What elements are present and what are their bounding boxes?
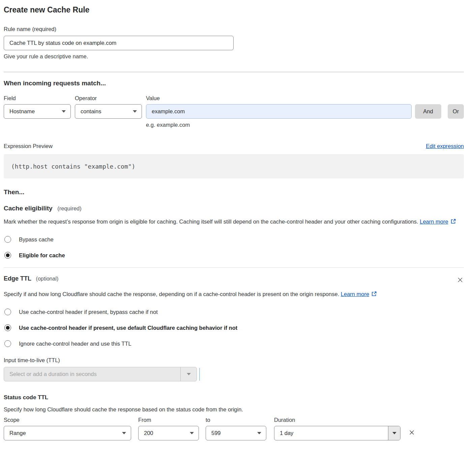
scope-select-value: Range (9, 430, 26, 436)
section-divider (4, 267, 464, 268)
chevron-down-icon (190, 432, 194, 434)
page-title: Create new Cache Rule (4, 5, 464, 14)
status-code-ttl-row: Range 200 599 1 day (4, 426, 464, 440)
from-label: From (138, 417, 199, 423)
edge-ttl-title-group: Edge TTL (optional) (4, 275, 58, 282)
value-hint: e.g. example.com (146, 122, 464, 128)
to-select[interactable]: 599 (206, 426, 266, 440)
rule-name-label: Rule name (required) (4, 26, 464, 32)
ttl-duration-placeholder: Select or add a duration in seconds (4, 367, 180, 381)
radio-ignore-header[interactable]: Ignore cache-control header and use this… (4, 340, 464, 347)
duration-select-value: 1 day (274, 426, 388, 440)
cache-eligibility-title: Cache eligibility (4, 205, 53, 212)
operator-select-value: contains (81, 108, 101, 115)
rule-name-help: Give your rule a descriptive name. (4, 53, 464, 60)
radio-label: Use cache-control header if present, use… (19, 325, 237, 331)
dropdown-arrow-button[interactable] (388, 426, 400, 440)
chevron-down-icon (62, 110, 66, 113)
create-cache-rule-form: Create new Cache Rule Rule name (require… (4, 5, 464, 440)
radio-label: Bypass cache (19, 236, 54, 243)
match-heading: When incoming requests match... (4, 80, 464, 87)
value-input[interactable] (146, 104, 412, 119)
close-icon[interactable] (457, 277, 464, 285)
radio-circle-icon (4, 252, 11, 259)
chevron-down-icon (133, 110, 137, 113)
chevron-down-icon (392, 432, 396, 434)
radio-bypass-cache[interactable]: Bypass cache (4, 236, 464, 243)
status-column-labels: Scope From to Duration (4, 417, 464, 423)
cache-eligibility-learn-more-link[interactable]: Learn more (420, 219, 448, 225)
match-condition-row: Hostname contains And Or (4, 104, 464, 119)
delete-row-icon[interactable] (409, 429, 415, 437)
radio-use-header-bypass[interactable]: Use cache-control header if present, byp… (4, 309, 464, 315)
radio-use-header-default[interactable]: Use cache-control header if present, use… (4, 324, 464, 331)
radio-label: Ignore cache-control header and use this… (19, 341, 131, 347)
and-button[interactable]: And (415, 104, 441, 119)
cache-eligibility-description: Mark whether the request’s response from… (4, 217, 457, 227)
field-select-value: Hostname (9, 108, 35, 115)
then-heading: Then... (4, 188, 464, 196)
status-code-ttl-description: Specify how long Cloudflare should cache… (4, 406, 464, 413)
cache-eligibility-description-text: Mark whether the request’s response from… (4, 219, 418, 225)
from-select[interactable]: 200 (138, 426, 199, 440)
edge-ttl-description-text: Specify if and how long Cloudflare shoul… (4, 291, 339, 297)
external-link-icon (371, 290, 377, 299)
edge-ttl-title: Edge TTL (4, 275, 31, 282)
section-divider (4, 72, 464, 72)
radio-label: Eligible for cache (19, 252, 65, 259)
match-column-labels: Field Operator Value (4, 95, 464, 102)
expression-code-block: (http.host contains "example.com") (4, 154, 464, 178)
cache-eligibility-required-note: (required) (57, 205, 82, 211)
text-cursor (199, 368, 200, 381)
edit-expression-link[interactable]: Edit expression (426, 143, 464, 149)
field-select[interactable]: Hostname (4, 104, 71, 119)
radio-label: Use cache-control header if present, byp… (19, 309, 158, 315)
operator-label: Operator (75, 95, 142, 102)
radio-eligible-for-cache[interactable]: Eligible for cache (4, 252, 464, 259)
cache-eligibility-heading: Cache eligibility (required) (4, 205, 464, 212)
chevron-down-icon (122, 432, 126, 434)
rule-name-input[interactable] (4, 36, 234, 50)
ttl-duration-select[interactable]: Select or add a duration in seconds (4, 367, 197, 381)
edge-ttl-heading: Edge TTL (optional) (4, 275, 464, 285)
or-button[interactable]: Or (448, 104, 464, 119)
chevron-down-icon (257, 432, 261, 434)
expression-preview-header: Expression Preview Edit expression (4, 143, 464, 149)
external-link-icon (450, 218, 456, 227)
operator-select[interactable]: contains (75, 104, 142, 119)
ttl-input-label: Input time-to-live (TTL) (4, 357, 464, 364)
from-select-value: 200 (144, 430, 153, 436)
expression-code: (http.host contains "example.com") (11, 163, 135, 170)
duration-label: Duration (274, 417, 400, 423)
edge-ttl-description: Specify if and how long Cloudflare shoul… (4, 289, 457, 299)
radio-circle-icon (4, 340, 11, 347)
value-label: Value (146, 95, 464, 102)
expression-preview-label: Expression Preview (4, 143, 53, 149)
field-label: Field (4, 95, 71, 102)
to-label: to (206, 417, 266, 423)
duration-select[interactable]: 1 day (274, 426, 400, 440)
ttl-combo-wrap: Select or add a duration in seconds (4, 367, 464, 381)
radio-circle-icon (4, 236, 11, 243)
chevron-down-icon (187, 373, 191, 375)
scope-select[interactable]: Range (4, 426, 131, 440)
edge-ttl-optional-note: (optional) (36, 276, 59, 282)
radio-circle-icon (4, 324, 11, 331)
edge-ttl-learn-more-link[interactable]: Learn more (341, 291, 369, 297)
to-select-value: 599 (211, 430, 221, 436)
radio-circle-icon (4, 309, 11, 315)
dropdown-arrow-button[interactable] (180, 367, 197, 381)
scope-label: Scope (4, 417, 131, 423)
status-code-ttl-heading: Status code TTL (4, 394, 464, 401)
